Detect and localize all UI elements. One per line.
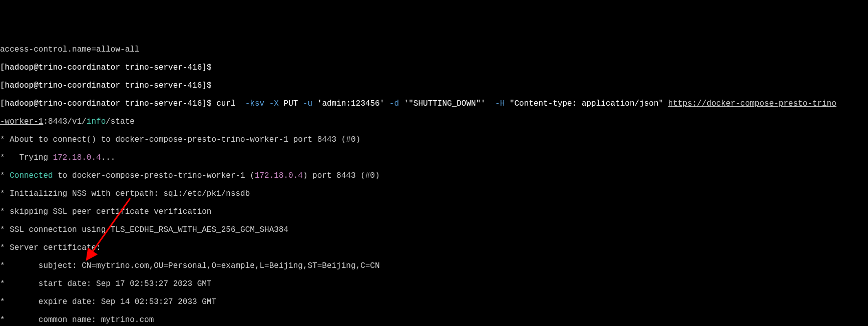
prompt-line-curl: [hadoop@trino-coordinator trino-server-4… xyxy=(0,99,868,108)
output-line: * About to connect() to docker-compose-p… xyxy=(0,135,868,144)
cut-line: access-control.name=allow-all xyxy=(0,45,868,54)
terminal-output[interactable]: access-control.name=allow-all [hadoop@tr… xyxy=(0,36,868,326)
output-line: * Server certificate: xyxy=(0,243,868,252)
prompt-line-empty-1: [hadoop@trino-coordinator trino-server-4… xyxy=(0,63,868,72)
output-line: * common name: mytrino.com xyxy=(0,315,868,324)
output-line: * Initializing NSS with certpath: sql:/e… xyxy=(0,189,868,198)
request-url[interactable]: https://docker-compose-presto-trino xyxy=(668,99,836,108)
output-line: * subject: CN=mytrino.com,OU=Personal,O=… xyxy=(0,261,868,270)
prompt-line-empty-2: [hadoop@trino-coordinator trino-server-4… xyxy=(0,81,868,90)
output-line: * start date: Sep 17 02:53:27 2023 GMT xyxy=(0,279,868,288)
output-line: * Connected to docker-compose-presto-tri… xyxy=(0,171,868,180)
output-line: * expire date: Sep 14 02:53:27 2033 GMT xyxy=(0,297,868,306)
output-line: * Trying 172.18.0.4... xyxy=(0,153,868,162)
request-url-cont[interactable]: -worker-1 xyxy=(0,117,43,126)
output-line: * skipping SSL peer certificate verifica… xyxy=(0,207,868,216)
output-line: * SSL connection using TLS_ECDHE_RSA_WIT… xyxy=(0,225,868,234)
url-continuation: -worker-1:8443/v1/info/state xyxy=(0,117,868,126)
